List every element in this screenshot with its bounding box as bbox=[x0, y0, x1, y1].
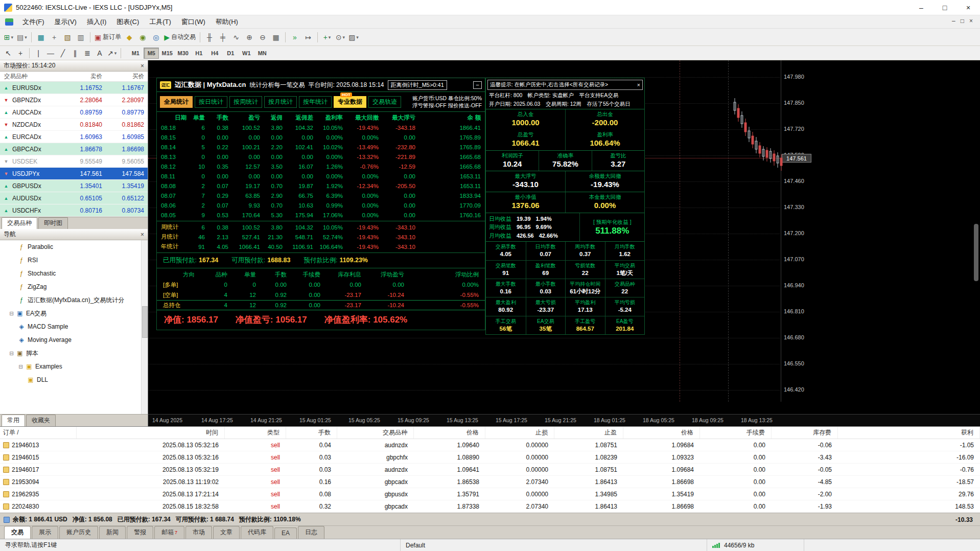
navigator-item[interactable]: ⊟ ▣ 脚本 bbox=[0, 347, 148, 360]
toolbar-button[interactable]: » bbox=[288, 31, 301, 43]
tree-expand-icon[interactable]: ⊟ bbox=[8, 311, 15, 316]
drawing-tool-button[interactable]: ≣ bbox=[81, 48, 94, 59]
order-row[interactable]: 21946015 2025.08.13 05:32:16 sell 0.03 g… bbox=[0, 451, 980, 464]
menu-item[interactable]: 文件(F) bbox=[17, 15, 50, 28]
column-header[interactable]: 价格 bbox=[414, 427, 485, 439]
drawing-tool-button[interactable]: A bbox=[94, 48, 106, 59]
navigator-close-icon[interactable]: × bbox=[141, 231, 144, 238]
column-header[interactable]: 获利 bbox=[838, 427, 980, 439]
maximize-button[interactable]: □ bbox=[933, 0, 956, 15]
navigator-item[interactable]: ◈ Moving Average bbox=[0, 333, 148, 347]
market-watch-row[interactable]: ▼ USDSEK 9.55549 9.56055 bbox=[0, 155, 148, 168]
stats-tab[interactable]: HOT 专业数据 bbox=[334, 96, 366, 108]
toolbar-button[interactable] bbox=[90, 32, 90, 42]
market-watch-row[interactable]: ▼ GBPNZDx 2.28064 2.28097 bbox=[0, 94, 148, 106]
market-watch-row[interactable]: ▲ GBPUSDx 1.35401 1.35419 bbox=[0, 180, 148, 192]
toolbar-button[interactable]: ⊕ bbox=[243, 31, 256, 43]
column-header[interactable]: 订单 / bbox=[0, 427, 77, 439]
timeframe-button[interactable]: D1 bbox=[223, 48, 238, 59]
toolbar-button[interactable]: ↦ bbox=[301, 31, 315, 43]
toolbar-button[interactable] bbox=[317, 32, 318, 42]
navigator-item[interactable]: ƒ 迈汇数据(MyfxData.cn)_交易统计分 bbox=[0, 293, 148, 307]
terminal-tab[interactable]: 市场 bbox=[185, 526, 212, 539]
menu-item[interactable]: 图表(C) bbox=[111, 15, 144, 28]
navigator-scrollbar[interactable] bbox=[141, 240, 148, 414]
market-watch-row[interactable]: ▼ USDJPYx 147.561 147.584 bbox=[0, 168, 148, 180]
navigator-item[interactable]: ƒ Stochastic bbox=[0, 267, 148, 280]
toolbar-button[interactable]: + bbox=[48, 31, 61, 43]
menu-item[interactable]: 工具(T) bbox=[144, 15, 176, 28]
minimize-button[interactable]: – bbox=[909, 0, 933, 15]
market-watch-tab[interactable]: 即时图 bbox=[38, 217, 68, 229]
menu-item[interactable]: 显示(V) bbox=[50, 15, 82, 28]
terminal-tab[interactable]: 交易 bbox=[4, 526, 31, 539]
column-header[interactable]: 库存费 bbox=[772, 427, 838, 439]
terminal-tab[interactable]: 账户历史 bbox=[59, 526, 98, 539]
terminal-tab[interactable]: 新闻 bbox=[99, 526, 126, 539]
toolbar-button[interactable]: ⊙ ▾ bbox=[334, 31, 347, 43]
tree-expand-icon[interactable]: ⊟ bbox=[17, 364, 24, 370]
mdi-close-button[interactable]: × bbox=[969, 17, 973, 25]
toolbar-button[interactable]: ▤ ▾ bbox=[15, 31, 29, 43]
timeframe-button[interactable]: H4 bbox=[207, 48, 222, 59]
terminal-tab[interactable]: 邮箱7 bbox=[154, 526, 184, 539]
menu-item[interactable]: 插入(I) bbox=[82, 15, 111, 28]
toolbar-button[interactable]: ⊞ ▾ bbox=[2, 31, 15, 43]
notice-close-icon[interactable]: × bbox=[635, 82, 640, 88]
terminal-tab[interactable]: 日志 bbox=[298, 526, 324, 539]
stats-tab[interactable]: 交易轨迹 bbox=[368, 96, 401, 108]
chart-plot[interactable]: 147.980147.850147.720147.590147.460147.3… bbox=[148, 60, 980, 414]
toolbar-button[interactable]: ◆ bbox=[123, 31, 136, 43]
toolbar-button[interactable]: ◎ bbox=[149, 31, 162, 43]
timeframe-button[interactable]: W1 bbox=[239, 48, 254, 59]
toolbar-button[interactable] bbox=[285, 32, 286, 42]
drawing-tool-button[interactable]: ↖ bbox=[2, 48, 14, 59]
toolbar-button[interactable]: ▣ 新订单 bbox=[93, 31, 123, 43]
toolbar-button[interactable]: ∿ bbox=[229, 31, 243, 43]
column-header[interactable]: 类型 bbox=[225, 427, 286, 439]
market-watch-row[interactable]: ▲ USDCHFx 0.80716 0.80734 bbox=[0, 204, 148, 217]
navigator-item[interactable]: ƒ RSI bbox=[0, 254, 148, 267]
chart-area[interactable]: 147.980147.850147.720147.590147.460147.3… bbox=[148, 60, 980, 426]
order-row[interactable]: 21962935 2025.08.13 17:21:14 sell 0.08 g… bbox=[0, 488, 980, 500]
timeframe-button[interactable]: H1 bbox=[191, 48, 206, 59]
drawing-tool-button[interactable] bbox=[29, 48, 30, 58]
timeframe-button[interactable]: MN bbox=[254, 48, 270, 59]
column-header[interactable]: 交易品种 bbox=[337, 427, 414, 439]
stats-tab[interactable]: 按年统计 bbox=[299, 96, 332, 108]
navigator-item[interactable]: ⊟ ▣ Examples bbox=[0, 360, 148, 373]
column-header[interactable]: 手续费 bbox=[700, 427, 772, 439]
drawing-tool-button[interactable]: — bbox=[44, 48, 57, 59]
navigator-item[interactable]: ⊟ ▣ EA交易 bbox=[0, 307, 148, 320]
drawing-tool-button[interactable]: ╱ bbox=[57, 48, 69, 59]
toolbar-button[interactable]: ╪ bbox=[216, 31, 229, 43]
stats-tab[interactable]: 按周统计 bbox=[229, 96, 262, 108]
collapse-panel-button[interactable]: − bbox=[473, 81, 482, 89]
market-watch-close-icon[interactable]: × bbox=[141, 62, 144, 70]
menu-item[interactable]: 窗口(W) bbox=[176, 15, 211, 28]
navigator-tab[interactable]: 收藏夹 bbox=[26, 415, 56, 426]
menu-item[interactable]: 帮助(H) bbox=[211, 15, 243, 28]
navigator-item[interactable]: ▣ DLL bbox=[0, 373, 148, 386]
toolbar-button[interactable] bbox=[31, 32, 32, 42]
chart-scrollbar[interactable] bbox=[974, 224, 978, 281]
toolbar-button[interactable]: ▦ bbox=[34, 31, 48, 43]
column-header[interactable]: 价格 bbox=[623, 427, 700, 439]
tree-expand-icon[interactable]: ⊟ bbox=[8, 351, 15, 356]
toolbar-button[interactable]: ▨ ▾ bbox=[347, 31, 360, 43]
market-watch-row[interactable]: ▲ EURCADx 1.60963 1.60985 bbox=[0, 131, 148, 143]
stats-tab[interactable]: 按日统计 bbox=[195, 96, 227, 108]
drawing-tool-button[interactable]: + bbox=[14, 48, 27, 59]
market-watch-row[interactable]: ▲ EURUSDx 1.16752 1.16767 bbox=[0, 82, 148, 94]
mdi-minimize-button[interactable]: – bbox=[952, 17, 955, 25]
timeframe-button[interactable]: M15 bbox=[159, 48, 175, 59]
toolbar-button[interactable]: ◉ bbox=[136, 31, 149, 43]
terminal-tab[interactable]: EA bbox=[274, 527, 297, 539]
terminal-tab[interactable]: 文章 bbox=[213, 526, 240, 539]
toolbar-button[interactable]: + ▾ bbox=[320, 31, 334, 43]
timeframe-button[interactable]: M1 bbox=[128, 48, 143, 59]
column-header[interactable]: 止损 bbox=[485, 427, 554, 439]
order-row[interactable]: 21953094 2025.08.13 11:19:02 sell 0.16 g… bbox=[0, 476, 980, 488]
navigator-tab[interactable]: 常用 bbox=[2, 415, 25, 426]
mdi-restore-button[interactable]: □ bbox=[961, 17, 964, 25]
